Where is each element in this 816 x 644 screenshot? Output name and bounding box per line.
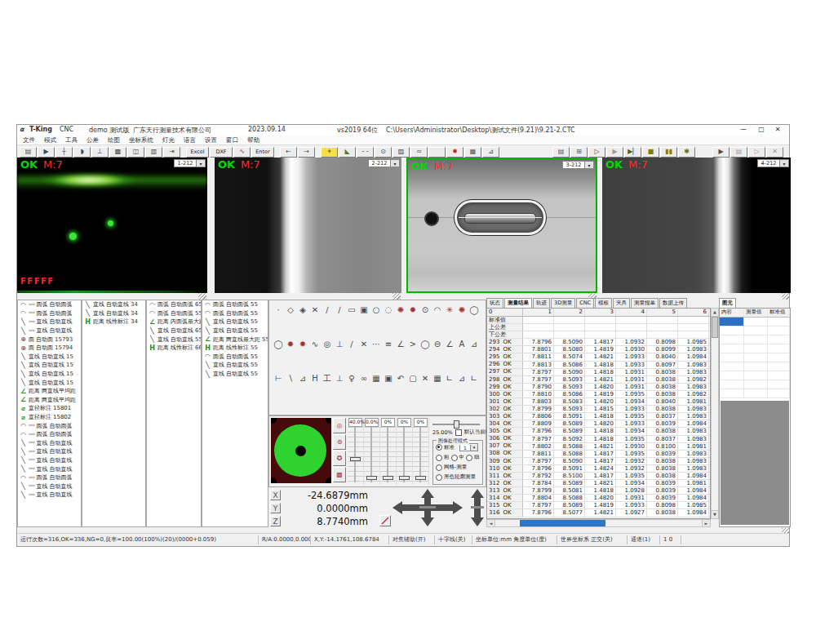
grid-data-row[interactable]: 310OK7.87968.50911.48241.09320.80381.098… bbox=[487, 465, 710, 473]
tool-icon[interactable]: ⊢ bbox=[273, 374, 283, 384]
tool-icon[interactable]: ∕ bbox=[347, 340, 357, 349]
mode-grid-radio[interactable] bbox=[436, 464, 442, 471]
diagonal-move-button[interactable] bbox=[379, 515, 391, 526]
close-tool-button[interactable]: ✕ bbox=[766, 147, 783, 158]
feature-item[interactable]: ╲直线自动直线34 bbox=[82, 309, 145, 318]
feature-item[interactable]: ╲***直线自动直线 bbox=[18, 456, 81, 465]
light-slider-thumb[interactable] bbox=[399, 476, 410, 480]
zoom-button[interactable]: ⊙ bbox=[375, 147, 392, 158]
results-tab-5[interactable]: 模板 bbox=[595, 298, 612, 308]
tool-icon[interactable]: ∕ bbox=[335, 305, 344, 315]
grid-data-row[interactable]: 295OK7.88118.50741.48211.09330.80401.098… bbox=[487, 353, 710, 361]
run-single-button[interactable]: ▶ bbox=[712, 147, 730, 158]
tool-icon[interactable]: ⊿ bbox=[298, 374, 308, 384]
camera-selector[interactable]: 4-212 ▾ bbox=[757, 159, 789, 167]
grid-data-row[interactable]: 304OK7.88098.50891.48201.09330.80391.098… bbox=[487, 420, 710, 428]
feature-item[interactable]: ◠***圆弧自动圆弧 bbox=[18, 430, 81, 439]
capture-button[interactable]: ▩ bbox=[109, 147, 126, 158]
tool-icon[interactable]: ⊿ bbox=[457, 374, 467, 384]
scroll-right-icon[interactable]: ► bbox=[702, 520, 710, 526]
feature-item[interactable]: ╲***直线自动直线 bbox=[18, 439, 81, 448]
tool-icon[interactable]: ⊙ bbox=[420, 305, 430, 315]
tool-icon[interactable]: ✹ bbox=[408, 305, 418, 315]
chevron-down-icon[interactable]: ▾ bbox=[470, 445, 477, 451]
light-slider-track[interactable] bbox=[348, 427, 363, 482]
scroll-left-icon[interactable]: ◄ bbox=[487, 520, 495, 526]
tool-icon[interactable]: ◎ bbox=[322, 340, 332, 349]
feature-item[interactable]: ◠圆弧自动圆弧55 bbox=[202, 309, 268, 318]
z-axis-button[interactable]: Z bbox=[270, 516, 281, 526]
jog-xy-icon[interactable] bbox=[392, 489, 463, 526]
element-row[interactable] bbox=[720, 362, 790, 371]
tool-icon[interactable]: ✺ bbox=[396, 305, 406, 315]
element-row[interactable] bbox=[720, 335, 790, 344]
menu-item-2[interactable]: 工具 bbox=[65, 136, 78, 144]
tool-icon[interactable]: ◯ bbox=[273, 340, 283, 349]
tool-icon[interactable]: ⊖ bbox=[432, 340, 442, 349]
feature-item[interactable]: ◠***圆弧自动圆弧 bbox=[18, 421, 81, 430]
mode-fine-radio[interactable] bbox=[466, 455, 472, 461]
feature-item[interactable]: ╲直线自动直线55 bbox=[202, 361, 268, 370]
light-slider-thumb[interactable] bbox=[383, 476, 393, 480]
menu-item-8[interactable]: 设置 bbox=[205, 136, 217, 144]
feature-item[interactable]: ⊕圆自动圆15794 bbox=[18, 344, 81, 353]
camera-view-3-selected[interactable]: OK M:7 3-212 ▾ bbox=[406, 158, 597, 293]
results-tab-6[interactable]: 夹具 bbox=[613, 298, 630, 308]
x-axis-button[interactable]: X bbox=[270, 490, 281, 500]
probe-button[interactable]: ◗ bbox=[73, 147, 91, 158]
tool-icon[interactable]: ↶ bbox=[396, 374, 406, 384]
feature-item[interactable]: ╲直线自动直线55 bbox=[147, 335, 201, 344]
jog-z-icon[interactable] bbox=[471, 489, 484, 526]
tool-icon[interactable]: ◇ bbox=[286, 305, 295, 315]
minimize-button[interactable]: — bbox=[737, 126, 750, 133]
menu-item-4[interactable]: 绘图 bbox=[108, 136, 120, 144]
chart-button[interactable]: ⊿ bbox=[482, 147, 499, 158]
tool-icon[interactable]: ○ bbox=[371, 305, 381, 315]
camera-selector[interactable]: 2-212 ▾ bbox=[368, 159, 400, 167]
arrow-right-button[interactable]: → bbox=[298, 147, 315, 158]
tool-icon[interactable]: · bbox=[273, 305, 283, 315]
arrow-left-button[interactable]: ← bbox=[280, 147, 297, 158]
element-tab[interactable]: 图元 bbox=[719, 298, 736, 308]
feature-item[interactable]: ∠距离两直线最大距55 bbox=[202, 335, 268, 344]
grid-data-row[interactable]: 293OK7.87968.50901.48171.09320.80981.098… bbox=[487, 339, 710, 346]
tool-icon[interactable]: ⊿ bbox=[469, 340, 479, 349]
tool-icon[interactable]: ⊥ bbox=[335, 374, 344, 384]
vertical-scrollbar[interactable]: ▲ ▼ bbox=[711, 308, 719, 519]
mode-coarse-radio[interactable] bbox=[436, 455, 442, 461]
mode-medium-radio[interactable] bbox=[451, 455, 458, 461]
light-pattern-button-3[interactable]: ▩ bbox=[333, 467, 346, 482]
results-tab-1[interactable]: 测量结果 bbox=[504, 298, 532, 308]
grid-button[interactable]: ▥ bbox=[145, 147, 162, 158]
run-to-end-button[interactable]: ▶▏ bbox=[624, 147, 641, 158]
chevron-down-icon[interactable]: ▾ bbox=[780, 159, 789, 167]
camera-selector[interactable]: 3-212 ▾ bbox=[562, 161, 594, 169]
grid-data-row[interactable]: 300OK7.88108.50861.48191.09350.80381.098… bbox=[487, 391, 710, 398]
menu-item-3[interactable]: 公差 bbox=[86, 136, 99, 144]
menu-item-7[interactable]: 语言 bbox=[184, 136, 196, 144]
feature-item[interactable]: ◠圆弧自动圆弧55 bbox=[202, 300, 268, 309]
tool-icon[interactable]: ▣ bbox=[384, 374, 393, 384]
pause-button[interactable]: ▮▮ bbox=[660, 147, 677, 158]
tool-icon[interactable]: ▢ bbox=[408, 374, 418, 384]
light-slider-thumb[interactable] bbox=[415, 476, 426, 480]
tool-icon[interactable]: ⋯ bbox=[371, 340, 381, 349]
excel-export-button[interactable]: Excel bbox=[186, 147, 209, 158]
tool-icon[interactable]: ∿ bbox=[310, 340, 320, 349]
feature-item[interactable]: ╲***直线自动直线 bbox=[18, 491, 81, 500]
blank-button[interactable] bbox=[428, 147, 446, 158]
feature-item[interactable]: ╲***直线自动直线 bbox=[18, 318, 81, 326]
light-slider-thumb[interactable] bbox=[350, 457, 361, 461]
results-tab-3[interactable]: 3D测量 bbox=[551, 298, 575, 308]
grid-data-row[interactable]: 301OK7.88038.50831.48201.09340.80401.098… bbox=[487, 398, 710, 406]
menu-item-9[interactable]: 窗口 bbox=[226, 136, 238, 144]
grid-data-row[interactable]: 302OK7.87998.50931.48151.09330.80381.098… bbox=[487, 406, 710, 413]
setup-button[interactable]: ✱ bbox=[678, 147, 695, 158]
scroll-up-icon[interactable]: ▲ bbox=[712, 309, 718, 317]
tool-icon[interactable]: ≡ bbox=[384, 340, 393, 349]
feature-item[interactable]: ╲直线自动直线15 bbox=[18, 353, 81, 362]
tool-icon[interactable]: ✺ bbox=[457, 305, 467, 315]
tool-icon[interactable]: ∠ bbox=[396, 340, 406, 349]
results-tab-8[interactable]: 数据上传 bbox=[659, 298, 687, 308]
feature-item[interactable]: ⊕圆自动圆15793 bbox=[18, 335, 81, 344]
